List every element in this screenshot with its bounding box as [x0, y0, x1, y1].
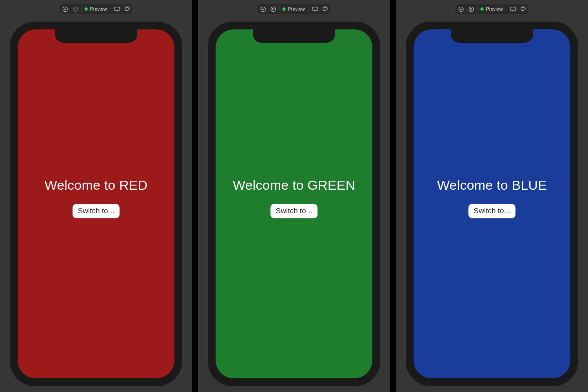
- toolbar-separator: [506, 6, 507, 12]
- svg-rect-11: [312, 7, 318, 10]
- preview-toolbar: Preview: [59, 4, 134, 14]
- preview-status[interactable]: Preview: [478, 5, 506, 13]
- device-notch: [253, 29, 335, 43]
- play-circle-icon: [260, 6, 266, 12]
- device-frame: Welcome to RED Switch to...: [10, 22, 182, 386]
- play-circle-icon: [62, 6, 68, 12]
- svg-rect-6: [125, 7, 129, 10]
- pause-button[interactable]: [268, 5, 278, 13]
- svg-rect-10: [273, 8, 274, 10]
- app-content: Welcome to GREEN Switch to...: [216, 29, 372, 378]
- svg-rect-20: [521, 7, 524, 10]
- duplicate-icon: [322, 6, 328, 12]
- svg-rect-9: [272, 8, 273, 10]
- preview-label: Preview: [486, 6, 503, 12]
- status-dot-icon: [85, 7, 88, 11]
- status-dot-icon: [283, 7, 286, 11]
- welcome-title: Welcome to RED: [45, 178, 148, 193]
- svg-rect-18: [510, 7, 515, 10]
- welcome-title: Welcome to BLUE: [437, 178, 547, 193]
- pane-gap: [192, 0, 198, 392]
- svg-rect-19: [512, 11, 514, 11]
- run-button[interactable]: [456, 5, 466, 13]
- preview-status[interactable]: Preview: [82, 5, 110, 13]
- pause-button[interactable]: [466, 5, 476, 13]
- device-screen: Welcome to BLUE Switch to...: [414, 29, 570, 378]
- pause-circle-icon: [468, 6, 474, 12]
- device-notch: [451, 29, 533, 43]
- svg-rect-16: [470, 8, 471, 10]
- duplicate-icon: [520, 6, 526, 12]
- toolbar-separator: [81, 6, 82, 12]
- switch-button[interactable]: Switch to...: [73, 204, 120, 218]
- app-content: Welcome to RED Switch to...: [18, 29, 174, 378]
- status-dot-icon: [481, 7, 484, 11]
- preview-pane-blue: Preview Welcome to BLUE Switch to...: [396, 0, 588, 392]
- svg-rect-2: [74, 8, 75, 10]
- display-icon: [510, 6, 516, 12]
- device-frame: Welcome to GREEN Switch to...: [208, 22, 380, 386]
- play-circle-icon: [458, 6, 464, 12]
- toolbar-separator: [279, 6, 279, 12]
- device-button[interactable]: [508, 5, 518, 13]
- switch-button[interactable]: Switch to...: [270, 204, 318, 218]
- device-notch: [55, 29, 137, 43]
- duplicate-icon: [124, 6, 130, 12]
- preview-stage: Preview Welcome to RED Switch to...: [0, 0, 588, 392]
- pause-circle-icon: [72, 6, 78, 12]
- svg-point-15: [469, 7, 474, 11]
- toolbar-separator: [309, 6, 309, 12]
- svg-rect-17: [471, 8, 472, 10]
- svg-point-8: [271, 7, 276, 11]
- preview-pane-red: Preview Welcome to RED Switch to...: [0, 0, 192, 392]
- switch-button[interactable]: Switch to...: [468, 204, 516, 218]
- run-button[interactable]: [258, 5, 268, 13]
- preview-label: Preview: [90, 6, 107, 12]
- display-icon: [312, 6, 318, 12]
- welcome-title: Welcome to GREEN: [233, 178, 355, 193]
- device-frame: Welcome to BLUE Switch to...: [406, 22, 578, 386]
- device-button[interactable]: [310, 5, 320, 13]
- preview-toolbar: Preview: [257, 4, 332, 14]
- svg-rect-3: [75, 8, 76, 10]
- display-icon: [114, 6, 120, 12]
- preview-status[interactable]: Preview: [280, 5, 308, 13]
- preview-pane-green: Preview Welcome to GREEN Switch to...: [198, 0, 390, 392]
- toolbar-separator: [477, 6, 477, 12]
- duplicate-button[interactable]: [320, 5, 330, 13]
- svg-rect-13: [323, 7, 327, 10]
- duplicate-button[interactable]: [518, 5, 528, 13]
- device-button[interactable]: [112, 5, 122, 13]
- preview-label: Preview: [288, 6, 305, 12]
- svg-rect-4: [114, 7, 120, 10]
- app-content: Welcome to BLUE Switch to...: [414, 29, 570, 378]
- device-screen: Welcome to RED Switch to...: [18, 29, 174, 378]
- pane-gap: [390, 0, 396, 392]
- preview-toolbar: Preview: [455, 4, 530, 14]
- pause-circle-icon: [270, 6, 276, 12]
- svg-rect-5: [116, 11, 118, 11]
- toolbar-separator: [111, 6, 111, 12]
- duplicate-button[interactable]: [122, 5, 132, 13]
- svg-point-1: [73, 7, 78, 11]
- svg-rect-12: [314, 11, 316, 11]
- run-button[interactable]: [60, 5, 70, 13]
- pause-button[interactable]: [70, 5, 80, 13]
- device-screen: Welcome to GREEN Switch to...: [216, 29, 372, 378]
